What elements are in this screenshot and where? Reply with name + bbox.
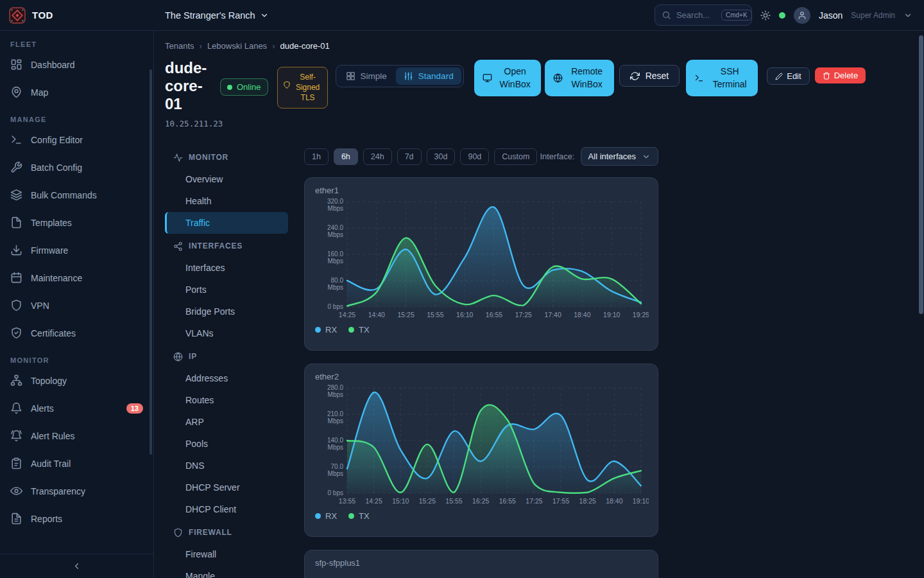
svg-text:19:10: 19:10 [633,497,649,505]
legend-dot-icon [348,513,354,519]
sliders-icon [404,71,413,81]
time-range-6h[interactable]: 6h [334,148,358,165]
sidebar-item-certificates[interactable]: Certificates [0,319,153,347]
sidebar-item-label: Alert Rules [31,431,74,441]
sidebar-item-templates[interactable]: Templates [0,209,153,236]
time-range-1h[interactable]: 1h [304,148,329,165]
time-range-custom[interactable]: Custom [494,148,537,165]
tls-warning-badge: Self-Signed TLS [277,67,328,109]
chevron-left-icon [72,561,81,571]
time-range-30d[interactable]: 30d [427,148,456,165]
global-search[interactable]: Cmd+K [654,4,752,26]
remote-winbox-button[interactable]: Remote WinBox [545,60,614,96]
svg-text:70.0: 70.0 [331,463,344,470]
interface-select[interactable]: All interfaces [581,147,658,166]
tls-badge-label: Self-Signed TLS [294,72,322,103]
breadcrumb-item-lebowski-lanes[interactable]: Lebowski Lanes [207,41,267,51]
sidebar-collapse-button[interactable] [0,554,153,578]
subnav-item-overview[interactable]: Overview [165,168,288,190]
sidebar-item-audit-trail[interactable]: Audit Trail [0,450,153,477]
subnav-group-interfaces: INTERFACES [165,235,288,257]
sidebar-item-vpn[interactable]: VPN [0,292,153,319]
subnav-item-dhcp-client[interactable]: DHCP Client [165,498,288,520]
svg-text:16:55: 16:55 [486,311,502,319]
subnav-item-dns[interactable]: DNS [165,455,288,477]
sidebar-item-alerts[interactable]: Alerts13 [0,394,153,422]
subnav-item-dhcp-server[interactable]: DHCP Server [165,477,288,498]
ssh-terminal-button[interactable]: SSH Terminal [686,60,758,96]
svg-text:14:25: 14:25 [339,311,355,319]
time-range-90d[interactable]: 90d [460,148,489,165]
svg-text:19:25: 19:25 [633,311,649,319]
chart-title: ether1 [315,186,647,195]
avatar[interactable] [794,7,810,24]
sidebar-item-alert-rules[interactable]: Alert Rules [0,422,153,450]
svg-text:17:55: 17:55 [552,497,569,505]
subnav-item-addresses[interactable]: Addresses [165,367,288,389]
search-icon [662,10,671,20]
main-scrollbar[interactable] [919,35,923,314]
sidebar-item-topology[interactable]: Topology [0,367,153,394]
sidebar-item-map[interactable]: Map [0,78,153,106]
time-range-group: 1h6h24h7d30d90dCustom [304,148,537,165]
subnav-group-monitor: MONITOR [165,146,288,168]
svg-text:0 bps: 0 bps [328,303,343,310]
legend-item-tx: TX [348,511,370,521]
svg-text:15:25: 15:25 [419,497,436,505]
subnav-item-firewall[interactable]: Firewall [165,543,288,565]
interface-chart-card-ether1: ether1320.0Mbps240.0Mbps160.0Mbps80.0Mbp… [304,177,658,351]
subnav-item-mangle[interactable]: Mangle [165,565,288,578]
chart-legend: RXTX [315,325,647,335]
sidebar-item-reports[interactable]: Reports [0,505,153,532]
open-winbox-button[interactable]: Open WinBox [474,60,541,96]
legend-dot-icon [315,327,321,333]
sidebar-item-transparency[interactable]: Transparency [0,477,153,505]
share-icon [173,241,183,251]
tenant-selector[interactable]: The Stranger's Ranch [165,10,269,21]
search-input[interactable] [676,10,716,20]
legend-item-rx: RX [315,511,337,521]
svg-text:Mbps: Mbps [328,391,343,398]
view-mode-simple[interactable]: Simple [338,67,395,85]
sidebar-item-batch-config[interactable]: Batch Config [0,153,153,181]
subnav-item-health[interactable]: Health [165,190,288,212]
reset-button[interactable]: Reset [619,65,680,87]
sidebar-item-bulk-commands[interactable]: Bulk Commands [0,181,153,209]
sidebar-item-maintenance[interactable]: Maintenance [0,264,153,292]
device-header: dude-core-01 10.25.211.23 Online Self-Si… [165,59,924,135]
sidebar-item-firmware[interactable]: Firmware [0,236,153,264]
chart-title: sfp-sfpplus1 [315,558,647,568]
subnav-group-label: MONITOR [189,153,228,162]
sidebar-item-dashboard[interactable]: Dashboard [0,51,153,78]
subnav-item-bridge-ports[interactable]: Bridge Ports [165,301,288,322]
subnav-item-traffic[interactable]: Traffic [165,212,288,234]
edit-button[interactable]: Edit [767,67,809,85]
subnav-item-arp[interactable]: ARP [165,411,288,433]
subnav-item-pools[interactable]: Pools [165,433,288,455]
svg-text:Mbps: Mbps [328,205,343,212]
sidebar-item-label: Transparency [31,486,85,496]
time-range-24h[interactable]: 24h [363,148,392,165]
svg-text:15:25: 15:25 [397,311,414,319]
svg-text:0 bps: 0 bps [328,489,343,496]
main-content: Tenants›Lebowski Lanes›dude-core-01 dude… [154,31,924,578]
app-name: TOD [32,10,53,21]
subnav-item-ports[interactable]: Ports [165,279,288,301]
svg-text:Mbps: Mbps [328,258,343,265]
user-menu-chevron-icon[interactable] [903,11,912,20]
sidebar-section-label: FLEET [10,40,143,48]
theme-toggle-sun-icon[interactable] [760,10,771,21]
subnav-item-routes[interactable]: Routes [165,389,288,411]
view-mode-standard[interactable]: Standard [396,67,461,85]
breadcrumb-item-tenants[interactable]: Tenants [165,41,194,51]
subnav-item-interfaces[interactable]: Interfaces [165,257,288,279]
sidebar-scrollbar[interactable] [150,69,152,455]
top-bar: TOD The Stranger's Ranch Cmd+K Jason Sup… [0,0,924,31]
subnav-item-vlans[interactable]: VLANs [165,322,288,344]
sidebar-item-config-editor[interactable]: Config Editor [0,126,153,153]
grid-icon [346,71,355,81]
shield-icon [173,528,183,538]
subnav-group-label: FIREWALL [189,528,232,537]
delete-button[interactable]: Delete [815,67,866,83]
time-range-7d[interactable]: 7d [397,148,422,165]
